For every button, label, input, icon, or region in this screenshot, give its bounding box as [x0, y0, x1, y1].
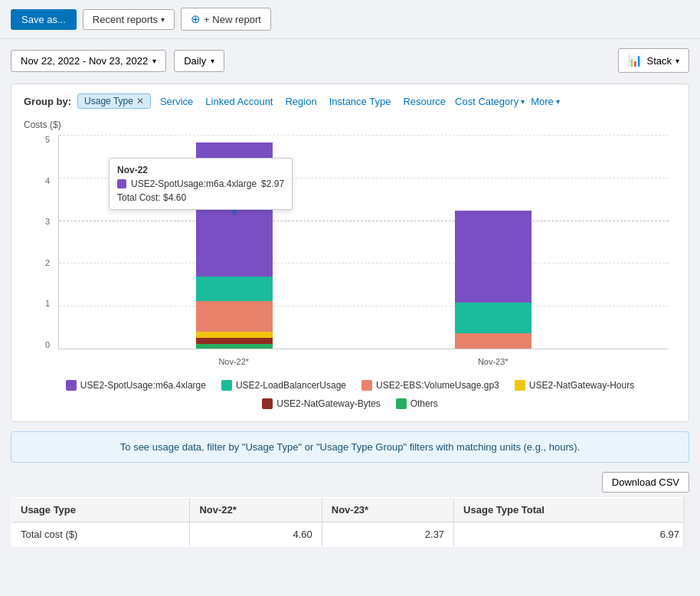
legend-label-teal: USE2-LoadBalancerUsage: [236, 380, 346, 391]
col-usage-type: Usage Type: [11, 498, 190, 522]
granularity-button[interactable]: Daily ▾: [174, 50, 224, 72]
x-label-nov22: Nov-22*: [195, 357, 272, 366]
info-banner-text: To see usage data, filter by "Usage Type…: [120, 441, 580, 453]
legend-color-purple: [66, 380, 77, 391]
new-report-button[interactable]: ⊕ + New report: [181, 8, 271, 31]
bar-nov22-dot: [232, 210, 237, 214]
tooltip-date: Nov-22: [117, 165, 284, 175]
legend-teal: USE2-LoadBalancerUsage: [221, 380, 346, 391]
resource-link[interactable]: Resource: [400, 94, 449, 109]
cell-nov22: 4.60: [190, 522, 322, 547]
legend-purple: USE2-SpotUsage:m6a.4xlarge: [66, 380, 206, 391]
legend-salmon: USE2-EBS:VolumeUsage.gp3: [361, 380, 499, 391]
legend-label-yellow: USE2-NatGateway-Hours: [529, 380, 634, 391]
download-csv-button[interactable]: Download CSV: [602, 472, 689, 493]
linked-account-link[interactable]: Linked Account: [202, 94, 276, 109]
cost-category-label: Cost Category: [455, 96, 518, 107]
legend-color-maroon: [262, 398, 273, 409]
legend-green: Others: [396, 398, 438, 409]
chart-tooltip: Nov-22 USE2-SpotUsage:m6a.4xlarge $2.97 …: [109, 158, 293, 210]
new-report-label: + New report: [204, 14, 261, 25]
y-tick-5: 5: [45, 135, 50, 144]
y-tick-4: 4: [45, 176, 50, 185]
more-label: More: [531, 96, 554, 107]
bar-nov23: [455, 211, 532, 349]
new-report-plus-icon: ⊕: [191, 12, 201, 26]
bar-nov22-green: [196, 344, 273, 349]
col-nov22: Nov-22*: [190, 498, 322, 522]
col-nov23: Nov-23*: [322, 498, 453, 522]
legend-color-teal: [221, 380, 232, 391]
col-total: Usage Type Total: [454, 498, 689, 522]
tag-remove-icon[interactable]: ✕: [136, 96, 144, 106]
date-caret-icon: ▾: [152, 57, 156, 65]
usage-type-tag[interactable]: Usage Type ✕: [77, 93, 151, 109]
legend-yellow: USE2-NatGateway-Hours: [515, 380, 634, 391]
stack-caret-icon: ▾: [675, 57, 679, 65]
bar-nov22-salmon: [196, 301, 273, 332]
filter-row: Nov 22, 2022 - Nov 23, 2022 ▾ Daily ▾ 📊 …: [11, 48, 689, 73]
bar-nov22-yellow: [196, 332, 273, 338]
tooltip-total-value: $4.60: [163, 192, 186, 203]
cost-category-caret-icon: ▾: [521, 97, 525, 106]
data-table: Usage Type Nov-22* Nov-23* Usage Type To…: [11, 497, 689, 547]
cell-type: Total cost ($): [11, 522, 190, 547]
date-range-button[interactable]: Nov 22, 2022 - Nov 23, 2022 ▾: [11, 50, 166, 72]
stack-label: Stack: [646, 55, 672, 67]
stack-button[interactable]: 📊 Stack ▾: [618, 48, 689, 73]
tag-label: Usage Type: [84, 96, 133, 106]
service-link[interactable]: Service: [157, 94, 196, 109]
region-link[interactable]: Region: [282, 94, 319, 109]
bar-nov22-teal: [196, 277, 273, 301]
tooltip-item-label: USE2-SpotUsage:m6a.4xlarge: [131, 178, 257, 189]
table-row: Total cost ($) 4.60 2.37 6.97: [11, 522, 689, 547]
instance-type-link[interactable]: Instance Type: [326, 94, 394, 109]
y-tick-3: 3: [45, 217, 50, 226]
y-tick-0: 0: [45, 340, 50, 349]
scrollbar-track[interactable]: [683, 497, 689, 547]
granularity-caret-icon: ▾: [211, 57, 214, 65]
y-axis: 5 4 3 2 1 0: [24, 135, 54, 349]
tooltip-color: [117, 179, 126, 188]
table-header-row: Usage Type Nov-22* Nov-23* Usage Type To…: [11, 498, 689, 522]
x-labels: Nov-22* Nov-23*: [58, 351, 669, 372]
table-header: Usage Type Nov-22* Nov-23* Usage Type To…: [11, 498, 689, 522]
recent-reports-label: Recent reports: [93, 14, 158, 25]
bar-nov23-purple: [455, 211, 532, 303]
top-bar: Save as... Recent reports ▾ ⊕ + New repo…: [0, 0, 700, 39]
bar-nov23-salmon: [455, 333, 532, 349]
y-tick-2: 2: [45, 258, 50, 267]
recent-reports-button[interactable]: Recent reports ▾: [83, 9, 175, 30]
chart-panel: Group by: Usage Type ✕ Service Linked Ac…: [11, 84, 689, 422]
tooltip-total: Total Cost: $4.60: [117, 192, 284, 203]
chart-area: 5 4 3 2 1 0: [24, 135, 676, 372]
more-dropdown[interactable]: More ▾: [531, 96, 560, 107]
more-caret-icon: ▾: [556, 97, 560, 106]
chart-plot: Nov-22 USE2-SpotUsage:m6a.4xlarge $2.97 …: [58, 135, 669, 349]
cell-total: 6.97: [454, 522, 689, 547]
cost-category-dropdown[interactable]: Cost Category ▾: [455, 96, 525, 107]
legend-label-maroon: USE2-NatGateway-Bytes: [276, 398, 380, 409]
chart-legend: USE2-SpotUsage:m6a.4xlarge USE2-LoadBala…: [24, 380, 676, 409]
tooltip-item-value: $2.97: [261, 178, 284, 189]
save-as-button[interactable]: Save as...: [11, 9, 77, 30]
x-label-nov23: Nov-23*: [455, 357, 532, 366]
group-by-label: Group by:: [24, 96, 71, 107]
legend-label-purple: USE2-SpotUsage:m6a.4xlarge: [80, 380, 206, 391]
legend-label-salmon: USE2-EBS:VolumeUsage.gp3: [376, 380, 499, 391]
legend-label-green: Others: [411, 398, 438, 409]
bar-chart-icon: 📊: [628, 54, 643, 67]
download-row: Download CSV: [11, 472, 689, 493]
legend-color-green: [396, 398, 407, 409]
cell-nov23: 2.37: [322, 522, 453, 547]
info-banner: To see usage data, filter by "Usage Type…: [11, 431, 689, 463]
legend-color-salmon: [361, 380, 372, 391]
legend-maroon: USE2-NatGateway-Bytes: [262, 398, 380, 409]
granularity-label: Daily: [184, 55, 206, 67]
y-tick-1: 1: [45, 299, 50, 308]
date-range-label: Nov 22, 2022 - Nov 23, 2022: [21, 55, 148, 67]
tooltip-total-label: Total Cost:: [117, 192, 161, 203]
tooltip-item-row: USE2-SpotUsage:m6a.4xlarge $2.97: [117, 178, 284, 189]
bar-nov23-teal: [455, 303, 532, 333]
legend-color-yellow: [515, 380, 525, 391]
